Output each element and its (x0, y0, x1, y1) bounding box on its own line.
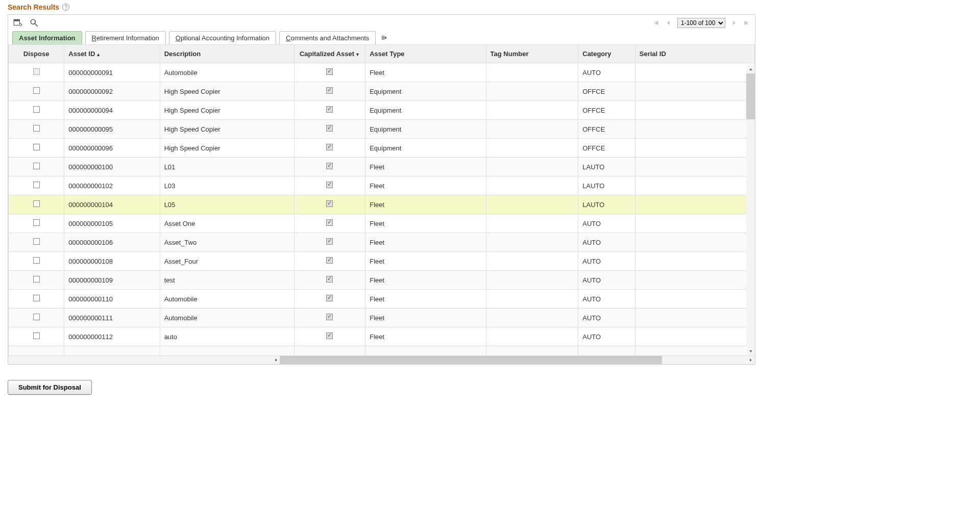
first-page-icon[interactable] (653, 19, 660, 27)
cell-asset-id: 000000000104 (64, 195, 160, 214)
capitalized-checkbox (326, 163, 333, 169)
cell-asset-id: 000000000109 (64, 271, 160, 290)
dispose-checkbox[interactable] (33, 276, 40, 283)
help-icon[interactable]: ? (62, 4, 69, 11)
cell-serial-id (635, 327, 754, 346)
vertical-scrollbar[interactable] (746, 65, 755, 355)
cell-asset-id: 000000000096 (64, 139, 160, 158)
capitalized-checkbox (326, 332, 333, 339)
table-row: 000000000106Asset_TwoFleetAUTO (9, 233, 755, 252)
cell-tag-number (486, 290, 578, 309)
cell-tag-number (486, 309, 578, 327)
col-header-asset-type[interactable]: Asset Type (365, 45, 486, 63)
hscroll-thumb[interactable] (280, 356, 662, 364)
prev-page-icon[interactable] (665, 19, 672, 27)
table-row: 000000000094High Speed CopierEquipmentOF… (9, 101, 755, 120)
scroll-right-icon[interactable] (746, 356, 755, 365)
dispose-checkbox[interactable] (33, 332, 40, 339)
last-page-icon[interactable] (743, 19, 750, 27)
dispose-checkbox[interactable] (33, 295, 40, 301)
cell-description: L01 (160, 158, 294, 176)
dispose-checkbox[interactable] (33, 182, 40, 188)
col-header-dispose[interactable]: Dispose (9, 45, 64, 63)
dispose-checkbox[interactable] (33, 238, 40, 245)
cell-asset-type: Fleet (365, 63, 486, 82)
tab-asset-information[interactable]: Asset Information (12, 31, 82, 44)
dispose-checkbox[interactable] (33, 219, 40, 226)
cell-category: LAUTO (578, 158, 635, 176)
scroll-thumb[interactable] (746, 73, 755, 119)
cell-serial-id (635, 271, 754, 290)
dispose-checkbox[interactable] (33, 163, 40, 169)
scroll-down-icon[interactable] (746, 347, 755, 355)
tab-comments-attachments[interactable]: Comments and Attachments (279, 31, 376, 44)
col-header-category[interactable]: Category (578, 45, 635, 63)
cell-asset-type: Fleet (365, 309, 486, 327)
search-icon[interactable] (30, 18, 39, 28)
col-header-asset-id[interactable]: Asset ID▲ (64, 45, 160, 63)
submit-for-disposal-button[interactable]: Submit for Disposal (8, 380, 92, 395)
capitalized-checkbox (326, 200, 333, 207)
table-row: 000000000108Asset_FourFleetAUTO (9, 252, 755, 271)
cell-asset-id: 000000000094 (64, 101, 160, 120)
row-range-select[interactable]: 1-100 of 100 (677, 18, 725, 28)
dispose-checkbox[interactable] (33, 314, 40, 320)
dispose-checkbox[interactable] (33, 125, 40, 132)
dispose-checkbox[interactable] (33, 68, 40, 75)
cell-tag-number (486, 82, 578, 101)
table-row: 000000000109testFleetAUTO (9, 271, 755, 290)
tab-retirement-information[interactable]: Retirement Information (85, 31, 166, 44)
capitalized-checkbox (326, 182, 333, 188)
cell-asset-id: 000000000095 (64, 120, 160, 139)
cell-category: AUTO (578, 327, 635, 346)
cell-tag-number (486, 176, 578, 195)
cell-description: High Speed Copier (160, 139, 294, 158)
cell-asset-type: Fleet (365, 214, 486, 233)
next-page-icon[interactable] (730, 19, 738, 27)
col-header-serial-id[interactable]: Serial ID (635, 45, 754, 63)
cell-asset-id: 000000000108 (64, 252, 160, 271)
capitalized-checkbox (326, 106, 333, 113)
cell-asset-type: Equipment (365, 101, 486, 120)
cell-tag-number (486, 158, 578, 176)
horizontal-scrollbar[interactable] (8, 355, 755, 364)
cell-asset-id: 000000000110 (64, 290, 160, 309)
col-header-tag-number[interactable]: Tag Number (486, 45, 578, 63)
table-row: 000000000112autoFleetAUTO (9, 327, 755, 346)
cell-asset-type: Equipment (365, 82, 486, 101)
table-row: 000000000095High Speed CopierEquipmentOF… (9, 120, 755, 139)
col-header-capitalized[interactable]: Capitalized Asset▼ (294, 45, 365, 63)
col-header-description[interactable]: Description (160, 45, 294, 63)
capitalized-checkbox (326, 68, 333, 75)
personalize-icon[interactable] (13, 18, 22, 28)
show-all-columns-icon[interactable] (379, 32, 390, 43)
cell-asset-type: Fleet (365, 252, 486, 271)
cell-serial-id (635, 309, 754, 327)
scroll-up-icon[interactable] (746, 65, 755, 73)
cell-tag-number (486, 63, 578, 82)
tab-optional-accounting-information[interactable]: Optional Accounting Information (169, 31, 276, 44)
scroll-left-icon[interactable] (271, 356, 280, 365)
cell-serial-id (635, 82, 754, 101)
cell-tag-number (486, 120, 578, 139)
dispose-checkbox[interactable] (33, 200, 40, 207)
cell-description: Asset_Two (160, 233, 294, 252)
cell-description: Asset_Four (160, 252, 294, 271)
cell-description: L03 (160, 176, 294, 195)
capitalized-checkbox (326, 295, 333, 301)
dispose-checkbox[interactable] (33, 144, 40, 150)
sort-asc-icon: ▲ (96, 52, 101, 57)
capitalized-checkbox (326, 125, 333, 132)
cell-tag-number (486, 195, 578, 214)
capitalized-checkbox (326, 314, 333, 320)
svg-line-3 (35, 23, 38, 27)
cell-category: OFFCE (578, 82, 635, 101)
dispose-checkbox[interactable] (33, 106, 40, 113)
tabs-row: Asset InformationRetirement InformationO… (8, 31, 755, 44)
table-row: 000000000091AutomobileFleetAUTO (9, 63, 755, 82)
dispose-checkbox[interactable] (33, 87, 40, 94)
table-row: 000000000104L05FleetLAUTO (9, 195, 755, 214)
cell-asset-id: 000000000091 (64, 63, 160, 82)
cell-serial-id (635, 214, 754, 233)
dispose-checkbox[interactable] (33, 257, 40, 264)
